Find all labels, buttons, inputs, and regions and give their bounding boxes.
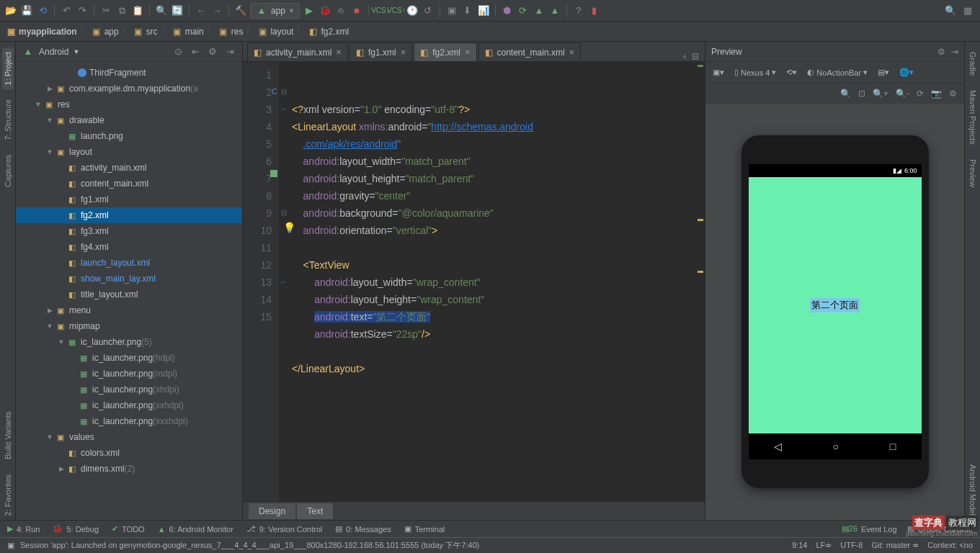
messages-tool[interactable]: ▤0: Messages: [335, 524, 391, 534]
breadcrumb-item[interactable]: ▣myapplication: [6, 27, 77, 37]
forward-icon[interactable]: →: [210, 4, 223, 17]
render-drop[interactable]: ▣▾: [710, 66, 727, 78]
text-tab[interactable]: Text: [297, 503, 333, 519]
tree-row[interactable]: ◧fg2.xml: [16, 207, 242, 223]
split-icon[interactable]: ⫞: [682, 51, 686, 61]
zoom-in-icon[interactable]: 🔍+: [873, 89, 888, 99]
save-icon[interactable]: 💾: [20, 4, 33, 17]
todo-tool[interactable]: ✔TODO: [112, 524, 145, 534]
tree-row[interactable]: ▦ic_launcher.png (xxhdpi): [16, 397, 242, 413]
design-tab[interactable]: Design: [249, 503, 295, 519]
expand-arrow-icon[interactable]: ▼: [45, 148, 55, 156]
theme-drop[interactable]: ◐NoActionBar▾: [804, 66, 870, 78]
project-view-mode[interactable]: Android: [39, 47, 68, 57]
close-icon[interactable]: ×: [401, 47, 406, 58]
paste-icon[interactable]: 📋: [131, 4, 144, 17]
open-icon[interactable]: 📂: [4, 4, 17, 17]
context[interactable]: Context: <no: [927, 541, 973, 550]
caret-position[interactable]: 9:14: [792, 541, 807, 550]
run-tool[interactable]: ▶4: Run: [7, 524, 40, 534]
close-icon[interactable]: ×: [336, 47, 342, 58]
find-icon[interactable]: 🔍: [155, 4, 168, 17]
sdk-icon[interactable]: ⬇: [461, 4, 474, 17]
orientation-drop[interactable]: ⟲▾: [783, 66, 800, 78]
tree-row[interactable]: ▦launch.png: [16, 128, 242, 144]
android-tool-icon[interactable]: ▲: [533, 4, 545, 17]
revert-icon[interactable]: ↺: [422, 4, 435, 17]
history-icon[interactable]: 🕐: [406, 4, 419, 17]
git-branch[interactable]: Git: master ≑: [871, 541, 919, 550]
editor-tab[interactable]: ◧content_main.xml×: [478, 42, 582, 61]
settings-icon[interactable]: ⚙: [949, 89, 957, 99]
stop-icon[interactable]: ■: [350, 4, 363, 17]
zoom-actual-icon[interactable]: ⊡: [858, 89, 865, 99]
back-icon[interactable]: ←: [195, 4, 208, 17]
refresh-icon[interactable]: ⟳: [917, 89, 924, 99]
config-drop[interactable]: ▤▾: [875, 66, 892, 78]
close-icon[interactable]: ×: [569, 47, 575, 58]
replace-icon[interactable]: 🔄: [171, 4, 184, 17]
copy-icon[interactable]: ⧉: [115, 4, 128, 17]
tree-row[interactable]: ◧activity_main.xml: [16, 160, 242, 176]
make-icon[interactable]: 🔨: [234, 4, 247, 17]
screenshot-icon[interactable]: 📷: [931, 89, 942, 99]
tab-captures[interactable]: Captures: [2, 150, 14, 192]
redo-icon[interactable]: ↷: [76, 4, 89, 17]
preview-canvas[interactable]: ▮◢6:00 第二个页面 ◁○□: [705, 104, 964, 520]
cut-icon[interactable]: ✂: [99, 4, 112, 17]
breadcrumb-item[interactable]: ▣res: [218, 27, 244, 37]
hide-icon[interactable]: ⇥: [223, 45, 236, 58]
editor-tab[interactable]: ◧activity_main.xml×: [247, 42, 348, 61]
tree-row[interactable]: ◧content_main.xml: [16, 176, 242, 192]
tab-structure[interactable]: 7: Structure: [2, 95, 14, 145]
help-icon[interactable]: ?: [572, 4, 585, 17]
run-icon[interactable]: ▶: [303, 4, 316, 17]
tree-row[interactable]: ◧colors.xml: [16, 445, 242, 461]
run-config-selector[interactable]: ▲ app ▼: [250, 3, 300, 19]
tree-row[interactable]: ▦ic_launcher.png (xxxhdpi): [16, 413, 242, 429]
expand-arrow-icon[interactable]: ▼: [45, 323, 55, 330]
window-icon[interactable]: ▣: [7, 541, 14, 550]
zoom-fit-icon[interactable]: 🔍: [840, 89, 851, 99]
tree-row[interactable]: ThirdFragment: [16, 65, 242, 81]
tree-row[interactable]: ▦ic_launcher.png (hdpi): [16, 350, 242, 366]
structure-icon[interactable]: ⬢: [501, 4, 514, 17]
chevron-down-icon[interactable]: ▼: [73, 48, 79, 55]
sync-icon[interactable]: ⟲: [36, 4, 49, 17]
gear-icon[interactable]: ⚙: [937, 47, 945, 57]
search-everywhere-icon[interactable]: 🔍: [944, 4, 957, 17]
tree-row[interactable]: ▼▦ic_launcher.png (5): [16, 334, 242, 350]
sync-gradle-icon[interactable]: ⟳: [517, 4, 530, 17]
tab-menu-icon[interactable]: ⊟: [692, 51, 699, 61]
expand-arrow-icon[interactable]: ▶: [45, 85, 55, 92]
debug-tool[interactable]: 🐞5: Debug: [53, 524, 99, 534]
settings-icon[interactable]: ▦: [961, 4, 974, 17]
monitor-icon[interactable]: 📊: [477, 4, 490, 17]
expand-arrow-icon[interactable]: ▼: [56, 338, 66, 346]
breadcrumb-item[interactable]: ▣main: [172, 27, 204, 37]
vc-tool[interactable]: ⎇9: Version Control: [246, 524, 322, 534]
attach-icon[interactable]: ⎋: [334, 4, 347, 17]
encoding[interactable]: UTF-8: [840, 541, 863, 550]
tree-row[interactable]: ▼▣values: [16, 429, 242, 445]
tree-row[interactable]: ◧fg1.xml: [16, 192, 242, 207]
tree-row[interactable]: ◧fg4.xml: [16, 239, 242, 255]
avd-icon[interactable]: ▣: [445, 4, 458, 17]
editor-tab[interactable]: ◧fg2.xml×: [414, 42, 476, 61]
expand-arrow-icon[interactable]: ▼: [45, 117, 55, 124]
tree-row[interactable]: ◧title_layout.xml: [16, 287, 242, 302]
gear-icon[interactable]: ⚙: [206, 45, 219, 58]
device-icon[interactable]: ▮: [588, 4, 601, 17]
tree-row[interactable]: ▶▣menu: [16, 302, 242, 318]
tab-maven[interactable]: Maven Projects: [967, 86, 979, 149]
tree-row[interactable]: ▶▣com.example.dm.myapplication (a: [16, 81, 242, 96]
tab-favorites[interactable]: 2: Favorites: [2, 470, 14, 520]
terminal-tool[interactable]: ▣Terminal: [404, 524, 445, 534]
expand-arrow-icon[interactable]: ▼: [33, 101, 43, 108]
breadcrumb-item[interactable]: ▣src: [133, 27, 158, 37]
project-tree[interactable]: ThirdFragment▶▣com.example.dm.myapplicat…: [16, 62, 242, 520]
breadcrumb-item[interactable]: ▣app: [92, 27, 119, 37]
locale-drop[interactable]: 🌐▾: [896, 66, 917, 78]
tree-row[interactable]: ▼▣layout: [16, 144, 242, 160]
tree-row[interactable]: ◧fg3.xml: [16, 223, 242, 239]
